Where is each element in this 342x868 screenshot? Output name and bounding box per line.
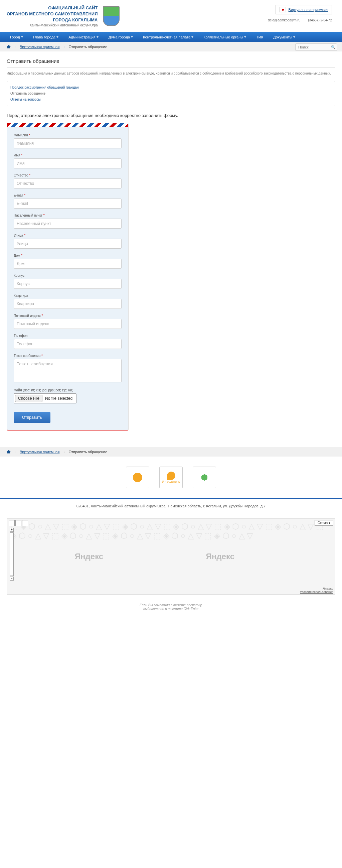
map-zoom-icon[interactable]	[15, 520, 22, 526]
nav-link[interactable]: Администрация	[68, 35, 96, 39]
nav-link[interactable]: Глава города	[33, 35, 56, 39]
zoom-out-button[interactable]: −	[10, 577, 14, 581]
title-line2: ОРГАНОВ МЕСТНОГО САМОУПРАВЛЕНИЯ	[7, 11, 98, 17]
field-label: Текст сообщения *	[14, 354, 122, 358]
footer: 628481, Ханты-Мансийский автономный окру…	[0, 498, 342, 513]
text-input[interactable]	[14, 179, 122, 188]
form-field: Улица *	[14, 234, 122, 249]
required-mark: *	[21, 254, 22, 257]
form-field: Квартира	[14, 294, 122, 309]
search-box: 🔍	[295, 43, 337, 51]
form-field: Населенный пункт *	[14, 214, 122, 228]
text-input[interactable]	[14, 299, 122, 309]
form-field: Имя *	[14, 153, 122, 168]
nav-item[interactable]: Контрольно-счетная палата	[138, 32, 198, 42]
chevron-down-icon	[131, 36, 133, 38]
form-intro: Перед отправкой электронного обращения н…	[7, 113, 335, 118]
nav-item[interactable]: Город	[5, 32, 28, 42]
home-icon[interactable]	[7, 45, 11, 49]
submit-button[interactable]: Отправить	[14, 412, 50, 423]
required-mark: *	[41, 354, 43, 358]
contact-info: delo@admkogalym.ru (34667) 2-04-72	[268, 19, 332, 22]
zoom-in-button[interactable]: +	[10, 528, 14, 532]
breadcrumb-current: Отправить обращение	[68, 450, 107, 454]
virtual-reception-box[interactable]: Виртуальная приемная	[276, 5, 332, 14]
nav-item[interactable]: Дума города	[104, 32, 138, 42]
banner-row: Я - родитель	[0, 457, 342, 498]
nav-link[interactable]: Дума города	[108, 35, 130, 39]
required-mark: *	[29, 174, 30, 177]
banner-ugra[interactable]	[193, 467, 216, 488]
phone-number: (34667) 2-04-72	[308, 19, 332, 22]
chevron-down-icon	[97, 36, 99, 38]
form-field-message: Текст сообщения *	[14, 354, 122, 383]
info-text: Информация о персональных данных авторов…	[7, 71, 335, 76]
nav-link[interactable]: Документы	[273, 35, 292, 39]
form-field: Фамилия *	[14, 133, 122, 148]
text-input[interactable]	[14, 239, 122, 249]
banner-70-years[interactable]	[126, 467, 149, 488]
links-box: Порядок рассмотрения обращений граждан О…	[7, 81, 335, 106]
link-answers[interactable]: Ответы на вопросы	[10, 98, 41, 101]
file-input[interactable]: Choose FileNo file selected	[14, 393, 76, 403]
chevron-down-icon	[192, 36, 193, 38]
breadcrumb-current: Отправить обращение	[68, 45, 107, 49]
required-mark: *	[43, 214, 45, 217]
link-procedure[interactable]: Порядок рассмотрения обращений граждан	[10, 86, 78, 89]
zoom-slider[interactable]	[10, 532, 14, 576]
map-background: ⬚ ◈ ⬡ ○ △ ▽ ⬚ ◈ ⬡ ○ △ ▽ ⬚ ◈ ⬡ ○ △ ▽ ⬚ ◈ …	[7, 518, 335, 595]
footer-address: 628481, Ханты-Мансийский автономный окру…	[7, 504, 335, 508]
text-input[interactable]	[14, 138, 122, 148]
field-label: Фамилия *	[14, 133, 122, 137]
nav-link[interactable]: Контрольно-счетная палата	[143, 35, 191, 39]
nav-item[interactable]: Коллегиальные органы	[198, 32, 251, 42]
required-mark: *	[24, 193, 25, 197]
form-field: E-mail *	[14, 193, 122, 209]
form-field: Корпус	[14, 274, 122, 289]
envelope-border-icon	[7, 123, 128, 127]
text-input[interactable]	[14, 198, 122, 209]
breadcrumb-link[interactable]: Виртуальная приемная	[20, 45, 60, 49]
form-field: Дом *	[14, 254, 122, 269]
breadcrumb-link[interactable]: Виртуальная приемная	[20, 450, 60, 454]
map-terms-link[interactable]: Условия использования	[300, 590, 333, 594]
envelope-seal-icon	[279, 7, 286, 12]
yandex-map[interactable]: ⬚ ◈ ⬡ ○ △ ▽ ⬚ ◈ ⬡ ○ △ ▽ ⬚ ◈ ⬡ ○ △ ▽ ⬚ ◈ …	[7, 518, 335, 595]
email-link[interactable]: delo@admkogalym.ru	[268, 19, 300, 22]
file-selected-text: No file selected	[45, 396, 75, 401]
text-input[interactable]	[14, 279, 122, 289]
field-label: Корпус	[14, 274, 122, 277]
field-label: Квартира	[14, 294, 122, 298]
text-input[interactable]	[14, 339, 122, 349]
choose-file-button[interactable]: Choose File	[15, 395, 42, 402]
text-input[interactable]	[14, 158, 122, 168]
link-current: Отправить обращение	[10, 91, 332, 97]
breadcrumb-footer: → Виртуальная приемная → Отправить обращ…	[0, 447, 342, 457]
required-mark: *	[29, 133, 30, 137]
nav-item[interactable]: Глава города	[28, 32, 64, 42]
nav-item[interactable]: Администрация	[64, 32, 104, 42]
map-scheme-button[interactable]: Схема ▾	[315, 520, 333, 526]
site-subtitle: Ханты-Мансийский автономный округ-Югра	[7, 23, 98, 27]
nav-item[interactable]: ТИК	[251, 32, 268, 42]
map-ruler-icon[interactable]	[22, 520, 28, 526]
banner-parent[interactable]: Я - родитель	[159, 467, 183, 488]
nav-link[interactable]: ТИК	[256, 35, 263, 39]
chevron-down-icon	[244, 36, 246, 38]
title-line3: ГОРОДА КОГАЛЫМА	[53, 18, 98, 22]
search-icon[interactable]: 🔍	[331, 45, 335, 49]
nav-link[interactable]: Город	[10, 35, 20, 39]
nav-item[interactable]: Документы	[268, 32, 300, 42]
text-input[interactable]	[14, 219, 122, 228]
home-icon[interactable]	[7, 450, 11, 454]
map-hand-icon[interactable]	[9, 520, 15, 526]
chevron-down-icon	[21, 36, 23, 38]
text-input[interactable]	[14, 259, 122, 269]
message-textarea[interactable]	[14, 359, 122, 382]
text-input[interactable]	[14, 319, 122, 329]
field-label: Телефон	[14, 334, 122, 338]
site-title-block: ОФИЦИАЛЬНЫЙ САЙТ ОРГАНОВ МЕСТНОГО САМОУП…	[7, 5, 103, 27]
virtual-reception-link[interactable]: Виртуальная приемная	[288, 8, 328, 12]
nav-link[interactable]: Коллегиальные органы	[203, 35, 243, 39]
breadcrumb-arrow: →	[13, 45, 17, 49]
